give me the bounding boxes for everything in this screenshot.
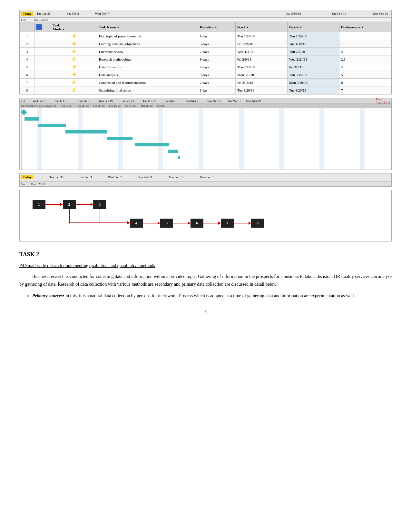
- row-finish: Tue 1/30/18: [287, 40, 339, 48]
- node-8: 8: [251, 219, 264, 228]
- row-start: Thu 2/22/18: [235, 63, 287, 71]
- bottom-date-5: Thu Feb 15: [169, 175, 183, 179]
- bar-task-6: [135, 143, 169, 146]
- page-num-text: 6: [204, 309, 207, 314]
- date3: Wed Feb 7: [95, 12, 109, 15]
- vis-date-8: Sat Mar 3: [165, 99, 176, 103]
- row-pred: 5: [339, 71, 391, 79]
- row-task-mode: ⚡: [51, 40, 97, 48]
- row-task-name: Conclusion and recommendation: [97, 79, 198, 86]
- row-pred: [339, 32, 391, 40]
- table-row: 2 ⚡ Framing aims and objectives 3 days F…: [20, 40, 391, 48]
- bottom-date-4: Sun Feb 11: [138, 175, 152, 179]
- bottom-start-row: Start Thu 1/25/18: [20, 181, 391, 186]
- col-task-name: Task Name ▼: [97, 22, 198, 32]
- col-num: [20, 22, 34, 32]
- vis-date-3: Sun Feb 11: [55, 99, 68, 103]
- row-finish: Thu 1/25/18: [287, 32, 339, 40]
- row-start: Tue 3/20/18: [235, 86, 287, 94]
- row-checkbox: [34, 71, 51, 79]
- row-finish: Mon 3/19/18: [287, 79, 339, 86]
- row-pred: 4: [339, 63, 391, 71]
- today-line: [21, 108, 22, 170]
- start-label: Start: [21, 18, 26, 21]
- col-predecessors: Predecessors ▼: [339, 22, 391, 32]
- vis-date-10: Sun Mar 11: [207, 99, 221, 103]
- col-finish: Finish ▼: [287, 22, 339, 32]
- bottom-date-2: Sat Feb 3: [80, 175, 92, 179]
- arrow-1-2: [45, 204, 62, 205]
- arrow-5-6: [173, 223, 189, 223]
- row-task-mode: ⚡: [51, 86, 97, 94]
- col-task-mode: TaskMode ▼: [51, 22, 97, 32]
- bullet1-text: In this, it is a natural data collection…: [65, 293, 354, 298]
- table-row: 8 ⚡ Submitting final report 1 day Tue 3/…: [20, 86, 391, 94]
- arrowhead-6-7: [218, 222, 221, 225]
- start-date: Thu 1/25/18: [34, 18, 48, 21]
- bullet-item-1: Primary sources: In this, it is a natura…: [32, 292, 392, 300]
- row-task-name: Literature review: [97, 48, 198, 55]
- row-num: 8: [20, 86, 34, 94]
- row-num: 1: [20, 32, 34, 40]
- row-duration: 7 days: [198, 63, 235, 71]
- row-start: Fri 2/9/18: [235, 55, 287, 63]
- page-number: 6: [19, 309, 392, 314]
- row-start: Wed 1/31/18: [235, 48, 287, 55]
- arrowhead-1-2: [60, 203, 63, 206]
- arrow-2-right: [69, 222, 131, 223]
- bottom-date-3: Wed Feb 7: [108, 175, 122, 179]
- row-task-name: Research methodology: [97, 55, 198, 63]
- date1: Tue Jan 30: [36, 12, 51, 15]
- col-num2: i: [34, 22, 51, 32]
- table-row: 7 ⚡ Conclusion and recommendation 2 days…: [20, 79, 391, 86]
- bottom-start-label: Start: [21, 182, 26, 186]
- node-5: 5: [160, 219, 173, 228]
- row-pred: 2: [339, 48, 391, 55]
- node-4: 4: [130, 219, 143, 228]
- task2-title: TASK 2: [19, 251, 392, 258]
- row-duration: 2 days: [198, 79, 235, 86]
- vis-date-4: Thu Feb 15: [77, 99, 91, 103]
- vis-finish-label: FinishTue 3/20/18: [376, 98, 390, 104]
- row-task-mode: ⚡: [51, 32, 97, 40]
- col-duration: Duration ▼: [198, 22, 235, 32]
- row-num: 2: [20, 40, 34, 48]
- row-checkbox: [34, 40, 51, 48]
- bar-task-5: [107, 137, 132, 140]
- arrowhead-2-3: [91, 203, 93, 206]
- table-row: 3 ⚡ Literature review 7 days Wed 1/31/18…: [20, 48, 391, 55]
- gantt-table-section: Today Tue Jan 30 Sat Feb 3 Wed Feb 7 Sat…: [19, 10, 392, 94]
- gantt-bg-stripes: [20, 108, 391, 170]
- node-6: 6: [191, 219, 203, 228]
- row-pred: 1: [339, 40, 391, 48]
- row-finish: Tue 3/20/18: [287, 86, 339, 94]
- node-2: 2: [63, 200, 76, 209]
- row-start: Fri 3/16/18: [235, 79, 287, 86]
- row-finish: Thu 3/15/18: [287, 71, 339, 79]
- gantt-main-table: i TaskMode ▼ Task Name ▼ Duration ▼ Star…: [20, 22, 391, 94]
- arrowhead-7-8: [249, 222, 251, 225]
- row-task-mode: ⚡: [51, 79, 97, 86]
- row-task-name: Data analysis: [97, 71, 198, 79]
- row-task-name: Submitting final report: [97, 86, 198, 94]
- arrow-3-down: [100, 209, 100, 223]
- row-task-mode: ⚡: [51, 55, 97, 63]
- node-7: 7: [221, 219, 234, 228]
- row-start: Mon 3/5/18: [235, 71, 287, 79]
- visual-week-row: Y|T|F|S|S|M|T|W|T|F|S Jan 28, '18 Feb 4,…: [20, 104, 391, 108]
- row-duration: 1 day: [198, 32, 235, 40]
- row-duration: 7 days: [198, 48, 235, 55]
- row-num: 5: [20, 63, 34, 71]
- bar-task-3: [38, 124, 66, 127]
- bottom-start-date: Thu 1/25/18: [31, 182, 45, 186]
- mon-date: Mon Feb 19: [372, 12, 388, 15]
- row-pred: 2,3: [339, 55, 391, 63]
- node-3: 3: [93, 200, 106, 209]
- row-pred: 6: [339, 79, 391, 86]
- bar-task-4: [65, 130, 107, 133]
- arrowhead-5-6: [188, 222, 191, 225]
- thu-date: Thu Feb 15: [331, 12, 346, 15]
- row-duration: 3 days: [198, 40, 235, 48]
- row-duration: 9 days: [198, 55, 235, 63]
- vis-date-1: b 3: [21, 99, 24, 103]
